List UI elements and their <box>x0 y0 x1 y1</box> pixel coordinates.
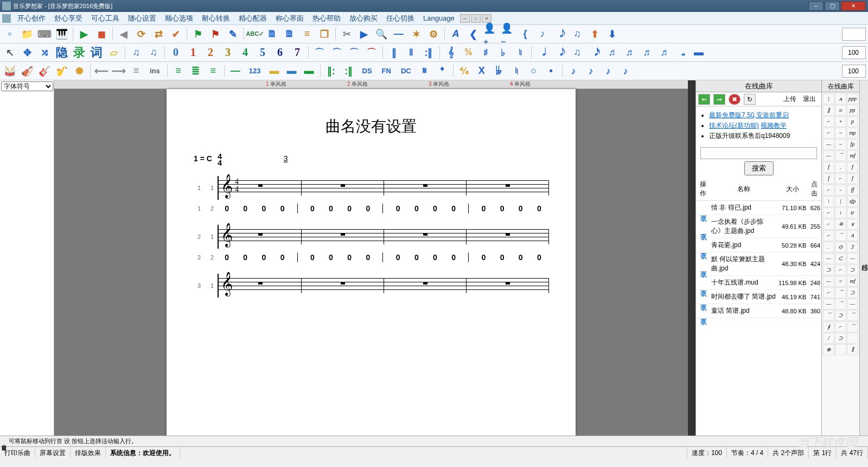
symbol-cell[interactable]: ⊃ <box>847 264 858 275</box>
menu-item[interactable]: 开心创作 <box>17 14 46 23</box>
symbol-cell[interactable]: — <box>823 276 834 287</box>
note-icon[interactable]: ♪ <box>535 27 550 42</box>
next-icon[interactable]: ▶ <box>356 27 372 42</box>
menu-item[interactable]: 热心帮助 <box>312 14 341 23</box>
symbol-cell[interactable]: ※ <box>835 219 846 230</box>
dash-yellow-icon[interactable]: ▬ <box>267 64 282 79</box>
symbol-cell[interactable]: ⊕ <box>823 344 834 355</box>
toolbar1-spin[interactable] <box>842 28 866 41</box>
list-green2-icon[interactable]: ≣ <box>188 64 203 79</box>
library-search-button[interactable]: 搜索 <box>744 161 774 175</box>
beam-icon[interactable]: ♫ <box>129 45 144 60</box>
list-green3-icon[interactable]: ≡ <box>206 64 221 79</box>
symbol-cell[interactable]: f <box>823 162 834 173</box>
number-4-button[interactable]: 4 <box>238 45 253 60</box>
toolbar3-spin[interactable] <box>842 65 866 78</box>
grace4-icon[interactable]: 𝆕 <box>618 64 633 79</box>
symbol-cell[interactable]: ⊃ <box>835 310 846 321</box>
timesig-icon[interactable]: ¾ <box>461 45 476 60</box>
timesig2-icon[interactable]: ⁴⁄₄ <box>457 64 472 79</box>
sharp-icon[interactable]: ♯ <box>478 45 493 60</box>
text-a-icon[interactable]: A <box>448 27 463 42</box>
symbol-cell[interactable]: — <box>847 253 858 264</box>
menu-item[interactable]: 可心工具 <box>91 14 119 23</box>
library-search-input[interactable] <box>700 147 817 159</box>
symbol-cell[interactable]: ‖ <box>823 105 834 116</box>
treble-clef-icon[interactable]: 𝄞 <box>443 45 458 60</box>
add-user-icon[interactable]: 👤₊ <box>483 27 498 42</box>
symbol-cell[interactable]: . <box>823 242 834 253</box>
symbol-cell[interactable]: ∨ <box>847 219 858 230</box>
symbol-cell[interactable] <box>847 333 858 344</box>
lyric-char[interactable]: 词 <box>89 45 104 60</box>
lib-upload-button[interactable]: 上传 <box>783 94 796 104</box>
symbol-cell[interactable]: ⌐ <box>835 173 846 184</box>
repeat-start-icon[interactable]: ‖: <box>324 64 339 79</box>
menu-item[interactable]: 称心界面 <box>276 14 304 23</box>
beam6-icon[interactable]: ♬ <box>656 45 672 60</box>
dc-button[interactable]: DC <box>397 64 415 79</box>
symbol-cell[interactable]: ∮ <box>823 321 834 332</box>
symbol-cell[interactable]: ⌐ <box>823 287 834 298</box>
whole-note-icon[interactable]: 𝅝 <box>674 45 689 60</box>
dash-blue-icon[interactable]: ▬ <box>284 64 299 79</box>
symbol-cell[interactable]: — <box>847 299 858 310</box>
number-1-button[interactable]: 1 <box>186 45 201 60</box>
sparkle-icon[interactable]: ✺ <box>72 64 87 79</box>
slur3-icon[interactable]: ⌒ <box>347 45 362 60</box>
symbol-cell[interactable]: ∥ <box>847 344 858 355</box>
coda-icon[interactable]: 𝄌 <box>435 64 450 79</box>
symbol-cell[interactable]: mp <box>847 128 858 138</box>
symbol-cell[interactable]: ⌒ <box>835 230 846 241</box>
sixteenth-icon[interactable]: 𝅘𝅥𝅯 <box>587 45 602 60</box>
symbol-cell[interactable]: f <box>847 162 858 173</box>
circle-icon[interactable]: ○ <box>526 64 541 79</box>
number-5-button[interactable]: 5 <box>255 45 270 60</box>
grace2-icon[interactable]: 𝆕 <box>583 64 598 79</box>
download-icon[interactable]: ⬇ <box>604 27 620 42</box>
swap-icon[interactable]: ⇄ <box>151 27 166 42</box>
symbol-cell[interactable]: — <box>823 253 834 264</box>
slur4-icon[interactable]: ⌒ <box>364 45 379 60</box>
symbol-cell[interactable]: ⌐ <box>823 128 834 138</box>
play-icon[interactable]: ▶ <box>76 27 92 42</box>
symbol-cell[interactable]: | <box>835 196 846 207</box>
symbol-cell[interactable]: p <box>847 116 858 127</box>
ds-button[interactable]: DS <box>359 64 376 79</box>
symbol-cell[interactable]: ⌐ <box>823 207 834 218</box>
symbol-cell[interactable]: mf <box>847 150 858 161</box>
flag-green-icon[interactable]: ⚑ <box>190 27 206 42</box>
slur2-icon[interactable]: ⌒ <box>329 45 344 60</box>
barline3-icon[interactable]: :‖ <box>421 45 436 60</box>
symbol-cell[interactable]: ⌐ <box>835 264 846 275</box>
grace1-icon[interactable]: 𝆕 <box>566 64 581 79</box>
staff-five-line[interactable]: 𝄞 <box>218 274 548 298</box>
beam4-icon[interactable]: ♬ <box>622 45 637 60</box>
eraser-icon[interactable]: ▱ <box>106 45 122 60</box>
num123-button[interactable]: 123 <box>245 64 265 79</box>
menu-item[interactable]: 随心设置 <box>128 14 156 23</box>
list-green-icon[interactable]: ≡ <box>171 64 186 79</box>
symbol-cell[interactable]: tr <box>847 207 858 218</box>
status-cell[interactable]: 排版效果 <box>71 447 106 458</box>
maximize-button[interactable]: ▢ <box>825 1 840 11</box>
symbol-cell[interactable]: ⌒ <box>847 321 858 332</box>
toolbar2-spin[interactable] <box>842 46 866 59</box>
symbol-cell[interactable]: fp <box>847 139 858 150</box>
symbol-font-select[interactable]: 字体符号 <box>1 81 53 91</box>
symbol-cell[interactable]: ⌒ <box>835 299 846 310</box>
prev-icon[interactable]: ◀ <box>116 27 131 42</box>
symbol-cell[interactable]: mf <box>847 276 858 287</box>
stop-icon[interactable]: ◼ <box>94 27 109 42</box>
symbol-cell[interactable]: ⊂ <box>835 253 846 264</box>
flat-icon[interactable]: ♭ <box>495 45 510 60</box>
new-file-icon[interactable]: ▫ <box>2 27 17 42</box>
symbol-cell[interactable]: \ <box>823 196 834 207</box>
beam5-icon[interactable]: ♬ <box>639 45 654 60</box>
barline2-icon[interactable]: ⦀ <box>404 45 419 60</box>
star-icon[interactable]: ✶ <box>409 27 424 42</box>
symbol-cell[interactable]: ~ <box>835 139 846 150</box>
symbol-cell[interactable]: ⊃ <box>835 333 846 344</box>
vertical-tab[interactable]: 感行 <box>859 80 868 436</box>
violin-icon[interactable]: 🎻 <box>20 64 35 79</box>
